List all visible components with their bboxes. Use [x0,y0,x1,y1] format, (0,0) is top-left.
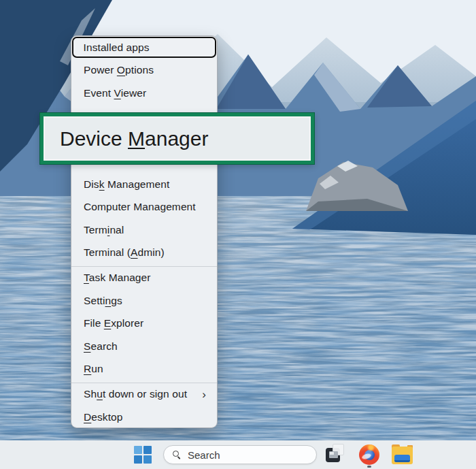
menu-item-label: Task Manager [84,272,151,284]
search-input[interactable] [188,449,323,461]
firefox-icon[interactable] [359,444,379,465]
menu-item-label: Search [84,340,118,353]
menu-item-label: Settings [84,295,122,307]
menu-item-terminal-admin[interactable]: Terminal (Admin) [72,242,216,263]
menu-item-label: Shut down or sign out [84,388,187,400]
windows-logo-icon [134,455,142,464]
windows-logo-icon [143,446,152,454]
search-icon [173,451,181,459]
menu-item-run[interactable]: Run [72,359,216,380]
submenu-chevron-icon: › [202,389,216,400]
device-manager-callout[interactable]: Device Manager [40,113,314,164]
menu-item-file-explorer[interactable]: File Explorer [72,313,216,334]
menu-item-shut-down-or-sign-out[interactable]: Shut down or sign out› [72,384,216,405]
taskbar [0,440,476,469]
menu-item-settings[interactable]: Settings [72,290,216,311]
menu-item-label: Terminal [84,224,124,236]
menu-item-disk-management[interactable]: Disk Management [72,174,216,195]
menu-item-search[interactable]: Search [72,336,216,357]
menu-item-label: Installed apps [84,42,150,54]
desktop: Installed appsPower OptionsEvent ViewerS… [0,0,476,469]
file-explorer-icon[interactable] [392,444,413,464]
menu-item-label: Desktop [84,411,123,423]
menu-item-power-options[interactable]: Power Options [72,60,216,81]
menu-separator [71,266,217,267]
menu-separator [71,383,217,383]
taskbar-search[interactable] [163,445,317,464]
menu-item-installed-apps[interactable]: Installed apps [72,37,216,58]
menu-item-label: Run [84,363,103,375]
menu-item-label: Disk Management [84,178,169,191]
windows-start-button[interactable] [134,446,152,464]
menu-item-computer-management[interactable]: Computer Management [72,197,216,218]
menu-item-desktop[interactable]: Desktop [72,406,216,427]
menu-item-label: Event Viewer [84,87,146,99]
menu-item-label: Computer Management [84,201,196,213]
firefox-running-indicator [367,466,371,468]
menu-item-task-manager[interactable]: Task Manager [72,268,216,289]
screenshot-app-icon[interactable] [326,442,346,466]
menu-item-event-viewer[interactable]: Event Viewer [72,82,216,103]
quick-link-menu: Installed appsPower OptionsEvent ViewerS… [71,35,218,428]
menu-item-label: Power Options [84,64,154,76]
menu-item-terminal[interactable]: Terminal [72,219,216,240]
windows-logo-icon [134,446,142,454]
menu-item-label: Terminal (Admin) [84,246,165,259]
callout-label: Device Manager [60,127,208,150]
windows-logo-icon [143,455,152,464]
menu-item-label: File Explorer [84,317,143,329]
